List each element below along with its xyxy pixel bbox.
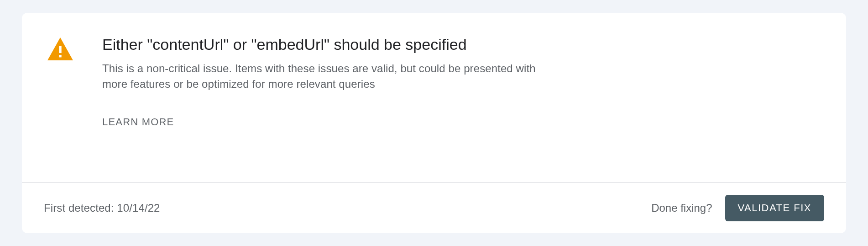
done-fixing-label: Done fixing? bbox=[651, 202, 712, 214]
svg-rect-1 bbox=[59, 46, 61, 53]
card-top: Either "contentUrl" or "embedUrl" should… bbox=[22, 13, 846, 182]
text-column: Either "contentUrl" or "embedUrl" should… bbox=[73, 35, 539, 128]
card-footer: First detected: 10/14/22 Done fixing? VA… bbox=[22, 183, 846, 233]
learn-more-link[interactable]: LEARN MORE bbox=[102, 116, 174, 128]
first-detected-label: First detected: 10/14/22 bbox=[44, 202, 160, 214]
footer-right: Done fixing? VALIDATE FIX bbox=[651, 195, 824, 221]
issue-card: Either "contentUrl" or "embedUrl" should… bbox=[22, 13, 846, 233]
issue-title: Either "contentUrl" or "embedUrl" should… bbox=[102, 35, 539, 54]
icon-column bbox=[47, 35, 73, 60]
issue-description: This is a non-critical issue. Items with… bbox=[102, 61, 539, 93]
warning-icon bbox=[47, 37, 73, 60]
validate-fix-button[interactable]: VALIDATE FIX bbox=[725, 195, 824, 221]
svg-rect-2 bbox=[59, 55, 61, 57]
